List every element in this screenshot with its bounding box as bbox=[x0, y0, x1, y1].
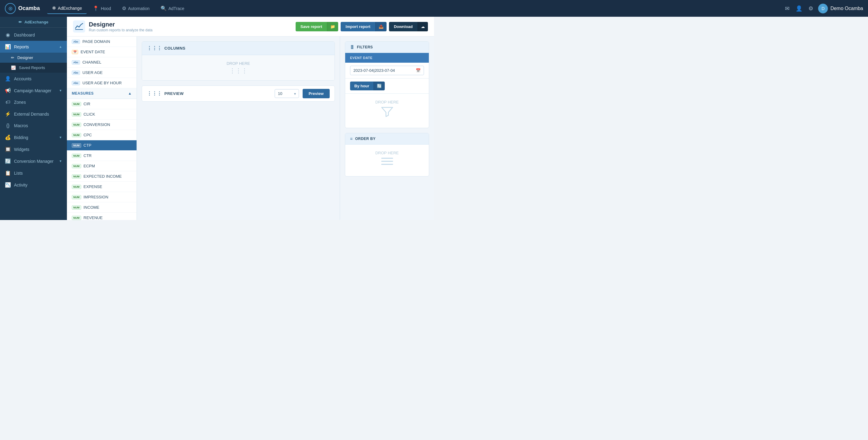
download-button[interactable]: Download bbox=[389, 22, 417, 31]
filters-header: 🎛 FILTERS bbox=[345, 42, 429, 53]
measure-income[interactable]: NUM INCOME bbox=[67, 202, 136, 213]
three-col-layout: Abc PAGE DOMAIN 📅 EVENT DATE Abc CHANNEL… bbox=[67, 36, 434, 220]
columns-drop-icon: ⋮⋮⋮ bbox=[229, 67, 248, 74]
filter-drop-area[interactable]: DROP HERE bbox=[345, 94, 429, 128]
widgets-icon: 🔲 bbox=[5, 146, 11, 152]
sidebar-item-external-demands[interactable]: ⚡ External Demands bbox=[0, 108, 67, 120]
dim-badge-abc: Abc bbox=[72, 39, 80, 44]
measure-ctp[interactable]: NUM CTP bbox=[67, 140, 136, 151]
automation-icon: ⚙ bbox=[122, 5, 126, 11]
nav-link-automation[interactable]: ⚙ Automation bbox=[117, 3, 155, 14]
content-header: Designer Run custom reports to analyze t… bbox=[67, 17, 434, 36]
date-input-box: 2023-07-04|2023-07-04 📅 bbox=[345, 63, 429, 79]
num-badge: NUM bbox=[72, 102, 81, 106]
measure-cpc[interactable]: NUM CPC bbox=[67, 130, 136, 140]
sidebar-item-dashboard[interactable]: ◉ Dashboard bbox=[0, 29, 67, 41]
dim-user-age-by-hour[interactable]: Abc USER AGE BY HOUR bbox=[67, 78, 136, 88]
preview-label: ⋮⋮⋮ PREVIEW bbox=[147, 91, 271, 96]
by-hour-icon-button[interactable]: 🔄 bbox=[373, 82, 385, 90]
by-hour-area: By hour 🔄 bbox=[345, 79, 429, 94]
sidebar-item-zones[interactable]: 🏷 Zones bbox=[0, 96, 67, 108]
sidebar-item-activity[interactable]: 📉 Activity bbox=[0, 179, 67, 191]
order-by-drop-area[interactable]: DROP HERE bbox=[345, 145, 429, 176]
dim-event-date[interactable]: 📅 EVENT DATE bbox=[67, 47, 136, 57]
sidebar-item-reports[interactable]: 📊 Reports ▲ bbox=[0, 41, 67, 53]
reports-expand-icon: ▲ bbox=[59, 45, 62, 48]
sidebar-sub-designer[interactable]: ✏ Designer bbox=[0, 53, 67, 63]
by-hour-button[interactable]: By hour bbox=[350, 82, 373, 90]
dim-user-age[interactable]: Abc USER AGE bbox=[67, 67, 136, 78]
sidebar-item-conversion-manager[interactable]: 🔄 Conversion Manager ▼ bbox=[0, 155, 67, 167]
download-icon-button[interactable]: ☁ bbox=[417, 22, 428, 31]
page-title: Designer bbox=[89, 21, 152, 28]
external-demands-icon: ⚡ bbox=[5, 111, 11, 117]
measure-conversion[interactable]: NUM CONVERSION bbox=[67, 120, 136, 130]
save-report-button[interactable]: Save report bbox=[296, 22, 327, 31]
sidebar-item-bidding[interactable]: 💰 Bidding ▼ bbox=[0, 131, 67, 143]
nav-link-adtrace[interactable]: 🔍 AdTrace bbox=[156, 3, 189, 14]
order-by-section: ≡ ORDER BY DROP HERE bbox=[345, 133, 429, 176]
content-title-area: Designer Run custom reports to analyze t… bbox=[89, 21, 152, 32]
content-header-right: Save report 📁 Import report 📤 Download ☁ bbox=[296, 22, 428, 31]
measure-expected-income[interactable]: NUM EXPECTED INCOME bbox=[67, 171, 136, 182]
date-input[interactable]: 2023-07-04|2023-07-04 📅 bbox=[350, 66, 424, 75]
save-report-icon-button[interactable]: 📁 bbox=[327, 22, 338, 31]
top-nav: ⊛ Ocamba ❄ AdExchange 📍 Hood ⚙ Automatio… bbox=[0, 0, 434, 17]
measure-ecpm[interactable]: NUM ECPM bbox=[67, 161, 136, 171]
filters-icon: 🎛 bbox=[350, 45, 354, 50]
measure-revenue[interactable]: NUM REVENUE bbox=[67, 213, 136, 220]
measure-click[interactable]: NUM CLICK bbox=[67, 109, 136, 120]
columns-section: ⋮⋮⋮ COLUMNS DROP HERE ⋮⋮⋮ bbox=[142, 41, 335, 81]
dim-page-domain[interactable]: Abc PAGE DOMAIN bbox=[67, 36, 136, 47]
logo-area[interactable]: ⊛ Ocamba bbox=[5, 3, 40, 14]
download-group: Download ☁ bbox=[389, 22, 428, 31]
columns-drop-area[interactable]: DROP HERE ⋮⋮⋮ bbox=[142, 55, 335, 80]
num-badge: NUM bbox=[72, 112, 81, 117]
sidebar-sub-saved-reports[interactable]: 📈 Saved Reports bbox=[0, 63, 67, 73]
logo-text: Ocamba bbox=[18, 5, 40, 11]
num-badge-highlighted: NUM bbox=[72, 143, 81, 148]
measures-header[interactable]: MEASURES ▲ bbox=[67, 88, 136, 99]
preview-drag-icon: ⋮⋮⋮ bbox=[147, 91, 162, 96]
order-drop-text: DROP HERE bbox=[375, 151, 399, 155]
measure-ctr[interactable]: NUM CTR bbox=[67, 151, 136, 161]
num-badge: NUM bbox=[72, 174, 81, 179]
event-date-label: EVENT DATE bbox=[350, 56, 373, 60]
page-subtitle: Run custom reports to analyze the data bbox=[89, 28, 152, 32]
sidebar-product: ✏ AdExchange bbox=[0, 17, 67, 28]
sidebar-item-macros[interactable]: {} Macros bbox=[0, 120, 67, 131]
lists-icon: 📋 bbox=[5, 170, 11, 176]
num-badge: NUM bbox=[72, 216, 81, 220]
sidebar-item-lists[interactable]: 📋 Lists bbox=[0, 167, 67, 179]
adexchange-icon: ❄ bbox=[52, 5, 56, 11]
num-badge: NUM bbox=[72, 133, 81, 137]
order-by-icon: ≡ bbox=[350, 136, 353, 141]
dim-channel[interactable]: Abc CHANNEL bbox=[67, 57, 136, 67]
nav-link-hood[interactable]: 📍 Hood bbox=[88, 3, 116, 14]
zones-icon: 🏷 bbox=[5, 99, 11, 105]
adexchange-sidebar-icon: ✏ bbox=[19, 20, 22, 24]
save-report-group: Save report 📁 bbox=[296, 22, 339, 31]
measure-expense[interactable]: NUM EXPENSE bbox=[67, 182, 136, 192]
import-report-icon-button[interactable]: 📤 bbox=[375, 22, 386, 31]
preview-button[interactable]: Preview bbox=[303, 89, 330, 98]
left-panel: Abc PAGE DOMAIN 📅 EVENT DATE Abc CHANNEL… bbox=[67, 36, 137, 220]
adtrace-icon: 🔍 bbox=[161, 5, 167, 11]
saved-reports-icon: 📈 bbox=[11, 65, 16, 70]
nav-link-adexchange[interactable]: ❄ AdExchange bbox=[47, 3, 87, 14]
conversion-manager-icon: 🔄 bbox=[5, 158, 11, 164]
dim-badge-abc-3: Abc bbox=[72, 70, 80, 75]
preview-count-select[interactable]: 10 25 50 100 bbox=[275, 89, 299, 98]
measure-impression[interactable]: NUM IMPRESSION bbox=[67, 192, 136, 202]
designer-header-icon bbox=[73, 20, 85, 33]
import-report-button[interactable]: Import report bbox=[341, 22, 375, 31]
preview-count-wrapper: 10 25 50 100 ▼ bbox=[275, 89, 299, 98]
measure-cir[interactable]: NUM CIR bbox=[67, 99, 136, 109]
sidebar-item-accounts[interactable]: 👤 Accounts bbox=[0, 73, 67, 85]
sidebar-sub-reports: ✏ Designer 📈 Saved Reports bbox=[0, 53, 67, 73]
sidebar-item-widgets[interactable]: 🔲 Widgets bbox=[0, 143, 67, 155]
sidebar-item-campaign-manager[interactable]: 📢 Campaign Manager ▼ bbox=[0, 85, 67, 96]
sidebar: ✏ AdExchange ◉ Dashboard 📊 Reports ▲ ✏ D… bbox=[0, 17, 67, 220]
filter-section: 🎛 FILTERS EVENT DATE 2023-07-04|2023-07-… bbox=[345, 41, 429, 128]
designer-sub-icon: ✏ bbox=[11, 55, 14, 60]
